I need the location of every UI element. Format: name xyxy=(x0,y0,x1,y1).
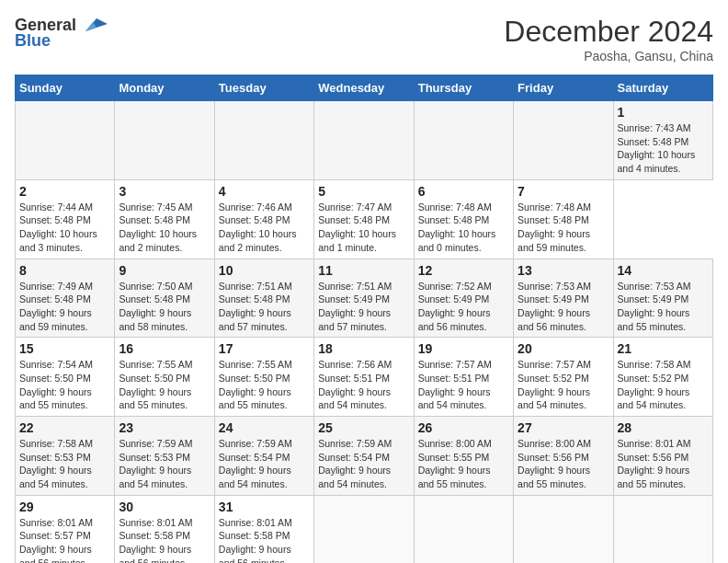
day-number: 12 xyxy=(418,263,509,278)
calendar-day: 15Sunrise: 7:54 AMSunset: 5:50 PMDayligh… xyxy=(16,338,115,417)
calendar-day: 13Sunrise: 7:53 AMSunset: 5:49 PMDayligh… xyxy=(514,259,613,338)
calendar-day: 4Sunrise: 7:46 AMSunset: 5:48 PMDaylight… xyxy=(214,179,313,259)
day-info: Sunrise: 7:51 AMSunset: 5:48 PMDaylight:… xyxy=(219,280,310,334)
calendar-day: 25Sunrise: 7:59 AMSunset: 5:54 PMDayligh… xyxy=(314,417,414,496)
calendar-day: 3Sunrise: 7:45 AMSunset: 5:48 PMDaylight… xyxy=(115,179,214,259)
calendar-week-row: 22Sunrise: 7:58 AMSunset: 5:53 PMDayligh… xyxy=(16,417,713,496)
calendar-day: 10Sunrise: 7:51 AMSunset: 5:48 PMDayligh… xyxy=(214,259,313,338)
weekday-header: Sunday xyxy=(16,75,115,101)
calendar-day-empty xyxy=(514,495,613,563)
day-number: 4 xyxy=(219,184,310,199)
day-number: 6 xyxy=(418,184,509,199)
calendar-day: 8Sunrise: 7:49 AMSunset: 5:48 PMDaylight… xyxy=(16,259,115,338)
day-number: 5 xyxy=(318,184,409,199)
calendar-day: 2Sunrise: 7:44 AMSunset: 5:48 PMDaylight… xyxy=(16,179,115,259)
calendar-day: 27Sunrise: 8:00 AMSunset: 5:56 PMDayligh… xyxy=(514,417,613,496)
calendar-day: 9Sunrise: 7:50 AMSunset: 5:48 PMDaylight… xyxy=(115,259,214,338)
logo-bird-icon xyxy=(78,15,108,35)
day-number: 3 xyxy=(119,184,210,199)
day-info: Sunrise: 7:46 AMSunset: 5:48 PMDaylight:… xyxy=(219,201,310,255)
day-number: 27 xyxy=(518,420,609,435)
day-number: 25 xyxy=(318,420,409,435)
calendar-day-empty xyxy=(414,495,513,563)
weekday-header: Friday xyxy=(514,75,613,101)
day-number: 15 xyxy=(19,341,110,356)
day-info: Sunrise: 7:48 AMSunset: 5:48 PMDaylight:… xyxy=(418,201,509,255)
calendar-day: 30Sunrise: 8:01 AMSunset: 5:58 PMDayligh… xyxy=(115,495,214,563)
calendar-day: 7Sunrise: 7:48 AMSunset: 5:48 PMDaylight… xyxy=(514,179,613,259)
logo: General Blue xyxy=(15,15,108,51)
calendar-day: 17Sunrise: 7:55 AMSunset: 5:50 PMDayligh… xyxy=(214,338,313,417)
day-number: 28 xyxy=(618,420,709,435)
calendar-day: 22Sunrise: 7:58 AMSunset: 5:53 PMDayligh… xyxy=(16,417,115,496)
calendar-day-empty xyxy=(514,101,613,180)
day-number: 19 xyxy=(418,341,509,356)
day-number: 17 xyxy=(219,341,310,356)
calendar-day: 14Sunrise: 7:53 AMSunset: 5:49 PMDayligh… xyxy=(613,259,712,338)
calendar-day: 20Sunrise: 7:57 AMSunset: 5:52 PMDayligh… xyxy=(514,338,613,417)
day-info: Sunrise: 8:00 AMSunset: 5:55 PMDaylight:… xyxy=(418,437,509,491)
calendar-day-empty xyxy=(314,101,414,180)
day-number: 8 xyxy=(19,263,110,278)
month-title: December 2024 xyxy=(504,15,713,49)
day-info: Sunrise: 7:59 AMSunset: 5:54 PMDaylight:… xyxy=(318,437,409,491)
calendar-day: 19Sunrise: 7:57 AMSunset: 5:51 PMDayligh… xyxy=(414,338,513,417)
day-info: Sunrise: 7:44 AMSunset: 5:48 PMDaylight:… xyxy=(19,201,110,255)
day-number: 9 xyxy=(119,263,210,278)
day-info: Sunrise: 8:01 AMSunset: 5:58 PMDaylight:… xyxy=(119,516,210,563)
calendar-day: 1Sunrise: 7:43 AMSunset: 5:48 PMDaylight… xyxy=(613,101,712,180)
location-subtitle: Paosha, Gansu, China xyxy=(504,49,713,63)
day-info: Sunrise: 7:58 AMSunset: 5:53 PMDaylight:… xyxy=(19,437,110,491)
day-info: Sunrise: 7:54 AMSunset: 5:50 PMDaylight:… xyxy=(19,358,110,412)
day-number: 18 xyxy=(318,341,409,356)
day-info: Sunrise: 7:57 AMSunset: 5:52 PMDaylight:… xyxy=(518,358,609,412)
calendar-day: 11Sunrise: 7:51 AMSunset: 5:49 PMDayligh… xyxy=(314,259,414,338)
calendar-day-empty xyxy=(314,495,414,563)
day-info: Sunrise: 7:48 AMSunset: 5:48 PMDaylight:… xyxy=(518,201,609,255)
weekday-header: Tuesday xyxy=(214,75,313,101)
calendar-day-empty xyxy=(16,101,115,180)
day-info: Sunrise: 7:52 AMSunset: 5:49 PMDaylight:… xyxy=(418,280,509,334)
day-number: 24 xyxy=(219,420,310,435)
calendar-table: SundayMondayTuesdayWednesdayThursdayFrid… xyxy=(15,75,713,563)
day-number: 22 xyxy=(19,420,110,435)
calendar-day: 23Sunrise: 7:59 AMSunset: 5:53 PMDayligh… xyxy=(115,417,214,496)
day-info: Sunrise: 7:55 AMSunset: 5:50 PMDaylight:… xyxy=(119,358,210,412)
calendar-day: 21Sunrise: 7:58 AMSunset: 5:52 PMDayligh… xyxy=(613,338,712,417)
calendar-week-row: 29Sunrise: 8:01 AMSunset: 5:57 PMDayligh… xyxy=(16,495,713,563)
day-number: 20 xyxy=(518,341,609,356)
weekday-header: Thursday xyxy=(414,75,513,101)
day-info: Sunrise: 8:01 AMSunset: 5:57 PMDaylight:… xyxy=(19,516,110,563)
day-number: 16 xyxy=(119,341,210,356)
header-row: SundayMondayTuesdayWednesdayThursdayFrid… xyxy=(16,75,713,101)
calendar-day: 28Sunrise: 8:01 AMSunset: 5:56 PMDayligh… xyxy=(613,417,712,496)
day-info: Sunrise: 7:43 AMSunset: 5:48 PMDaylight:… xyxy=(618,121,709,176)
day-info: Sunrise: 7:56 AMSunset: 5:51 PMDaylight:… xyxy=(318,358,409,412)
day-info: Sunrise: 7:59 AMSunset: 5:53 PMDaylight:… xyxy=(119,437,210,491)
day-info: Sunrise: 7:59 AMSunset: 5:54 PMDaylight:… xyxy=(219,437,310,491)
calendar-day: 5Sunrise: 7:47 AMSunset: 5:48 PMDaylight… xyxy=(314,179,414,259)
calendar-day: 26Sunrise: 8:00 AMSunset: 5:55 PMDayligh… xyxy=(414,417,513,496)
day-number: 29 xyxy=(19,500,110,514)
day-number: 11 xyxy=(318,263,409,278)
calendar-week-row: 1Sunrise: 7:43 AMSunset: 5:48 PMDaylight… xyxy=(16,101,713,180)
day-info: Sunrise: 8:00 AMSunset: 5:56 PMDaylight:… xyxy=(518,437,609,491)
day-info: Sunrise: 7:58 AMSunset: 5:52 PMDaylight:… xyxy=(618,358,709,412)
day-number: 31 xyxy=(219,500,310,514)
weekday-header: Saturday xyxy=(613,75,712,101)
day-info: Sunrise: 7:51 AMSunset: 5:49 PMDaylight:… xyxy=(318,280,409,334)
calendar-day: 16Sunrise: 7:55 AMSunset: 5:50 PMDayligh… xyxy=(115,338,214,417)
day-info: Sunrise: 7:50 AMSunset: 5:48 PMDaylight:… xyxy=(119,280,210,334)
calendar-week-row: 15Sunrise: 7:54 AMSunset: 5:50 PMDayligh… xyxy=(16,338,713,417)
day-number: 26 xyxy=(418,420,509,435)
calendar-day: 29Sunrise: 8:01 AMSunset: 5:57 PMDayligh… xyxy=(16,495,115,563)
calendar-day: 12Sunrise: 7:52 AMSunset: 5:49 PMDayligh… xyxy=(414,259,513,338)
day-info: Sunrise: 7:53 AMSunset: 5:49 PMDaylight:… xyxy=(618,280,709,334)
calendar-day-empty xyxy=(414,101,513,180)
calendar-day-empty xyxy=(214,101,313,180)
logo-blue-text: Blue xyxy=(15,31,51,51)
day-number: 23 xyxy=(119,420,210,435)
day-info: Sunrise: 7:53 AMSunset: 5:49 PMDaylight:… xyxy=(518,280,609,334)
title-block: December 2024 Paosha, Gansu, China xyxy=(504,15,713,63)
calendar-day: 24Sunrise: 7:59 AMSunset: 5:54 PMDayligh… xyxy=(214,417,313,496)
